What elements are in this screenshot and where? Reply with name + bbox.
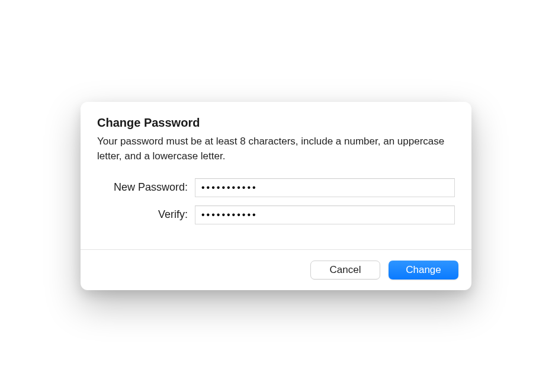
- change-button[interactable]: Change: [389, 261, 458, 279]
- verify-password-input[interactable]: [195, 205, 455, 224]
- new-password-label: New Password:: [97, 181, 195, 194]
- dialog-title: Change Password: [97, 116, 455, 130]
- verify-password-label: Verify:: [97, 208, 195, 221]
- verify-password-row: Verify:: [97, 205, 455, 224]
- new-password-row: New Password:: [97, 178, 455, 197]
- cancel-button[interactable]: Cancel: [310, 261, 380, 279]
- dialog-footer: Cancel Change: [81, 250, 471, 290]
- dialog-content: Change Password Your password must be at…: [81, 102, 471, 249]
- change-password-dialog: Change Password Your password must be at…: [81, 102, 471, 290]
- new-password-input[interactable]: [195, 178, 455, 197]
- dialog-subtitle: Your password must be at least 8 charact…: [97, 134, 455, 163]
